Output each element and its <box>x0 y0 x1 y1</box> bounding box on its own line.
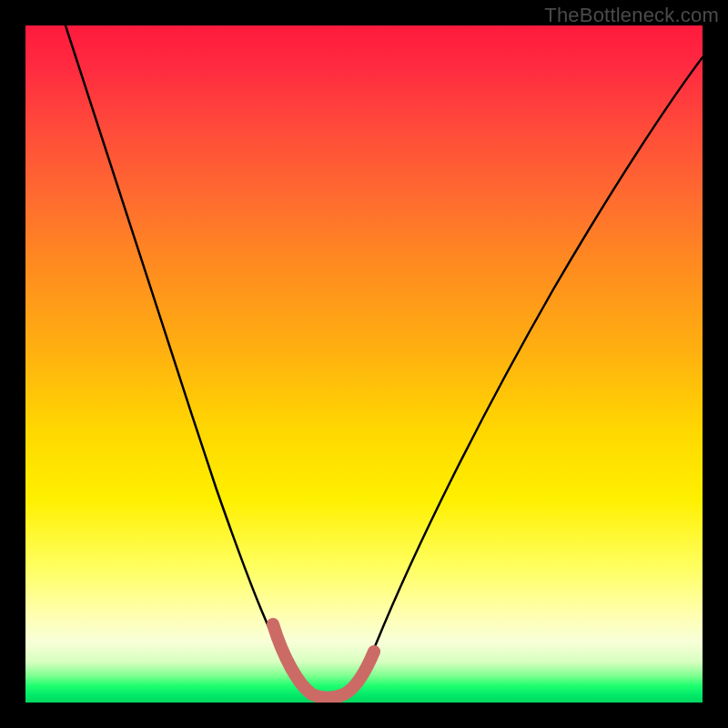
watermark-text: TheBottleneck.com <box>544 4 719 27</box>
curve-layer <box>25 25 703 703</box>
plot-area <box>25 25 703 703</box>
bottleneck-curve <box>66 25 703 697</box>
chart-frame: TheBottleneck.com <box>0 0 728 728</box>
sweet-spot-highlight <box>273 624 374 698</box>
